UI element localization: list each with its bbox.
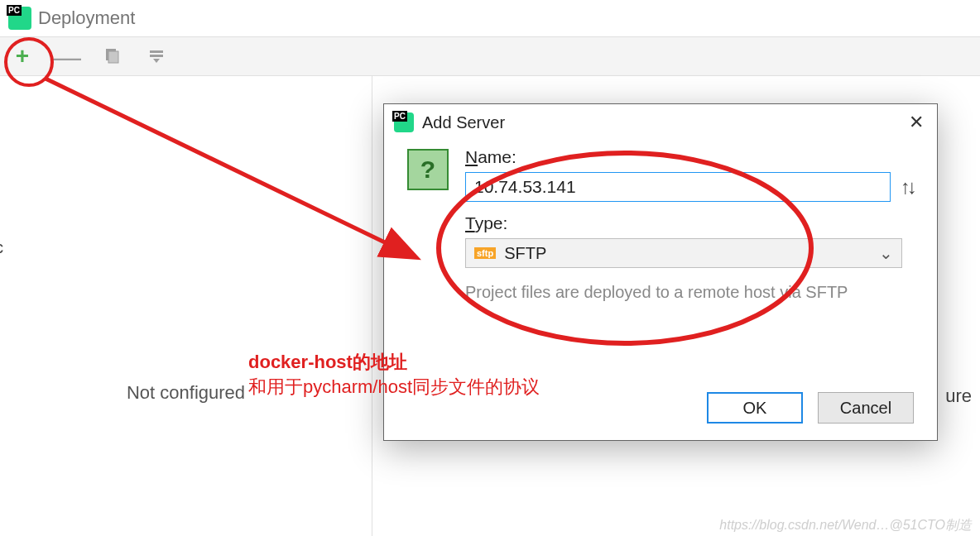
name-label: Name: — [465, 147, 914, 167]
close-icon[interactable]: ✕ — [906, 112, 927, 133]
dialog-title-bar[interactable]: Add Server ✕ — [384, 104, 937, 141]
pycharm-icon — [8, 7, 31, 30]
svg-rect-1 — [108, 51, 118, 63]
copy-icon[interactable] — [102, 46, 122, 66]
add-button[interactable]: + — [12, 46, 32, 66]
annotation-text: docker-host的地址 和用于pycharm/host同步文件的协议 — [248, 350, 540, 399]
name-input[interactable] — [465, 172, 891, 202]
remove-button[interactable]: — — [57, 46, 77, 66]
form: Name: ↑↓ Type: sftp SFTP ⌄ Project files… — [465, 144, 914, 302]
dialog-buttons: OK Cancel — [707, 392, 914, 424]
sftp-badge-icon: sftp — [474, 247, 496, 259]
ok-button[interactable]: OK — [707, 392, 803, 424]
dialog-title: Add Server — [422, 113, 505, 132]
type-description: Project files are deployed to a remote h… — [465, 283, 914, 302]
watermark: https://blog.csdn.net/Wend…@51CTO制造 — [719, 517, 972, 534]
chevron-down-icon: ⌄ — [879, 243, 893, 263]
cutoff-ure: ure — [945, 385, 972, 407]
partial-text: c — [0, 238, 3, 257]
svg-rect-3 — [150, 55, 163, 57]
type-select[interactable]: sftp SFTP ⌄ — [465, 238, 902, 268]
window-title: Deployment — [38, 7, 135, 29]
svg-marker-4 — [153, 59, 160, 63]
cancel-button[interactable]: Cancel — [818, 392, 914, 424]
annotation-line2: 和用于pycharm/host同步文件的协议 — [248, 376, 540, 397]
deployments-list: t i c Not configured — [0, 76, 372, 536]
svg-rect-2 — [150, 50, 163, 53]
type-value: SFTP — [504, 244, 546, 263]
window-title-bar: Deployment — [0, 0, 980, 36]
sort-icon[interactable]: ↑↓ — [901, 175, 914, 199]
type-label: Type: — [465, 213, 914, 233]
dialog-content: ? Name: ↑↓ Type: sftp SFTP ⌄ Project fil… — [384, 141, 937, 302]
more-icon[interactable] — [147, 46, 166, 66]
pycharm-icon — [394, 112, 414, 132]
help-icon[interactable]: ? — [407, 149, 449, 190]
toolbar: + — — [0, 36, 980, 76]
annotation-line1: docker-host的地址 — [248, 350, 540, 375]
